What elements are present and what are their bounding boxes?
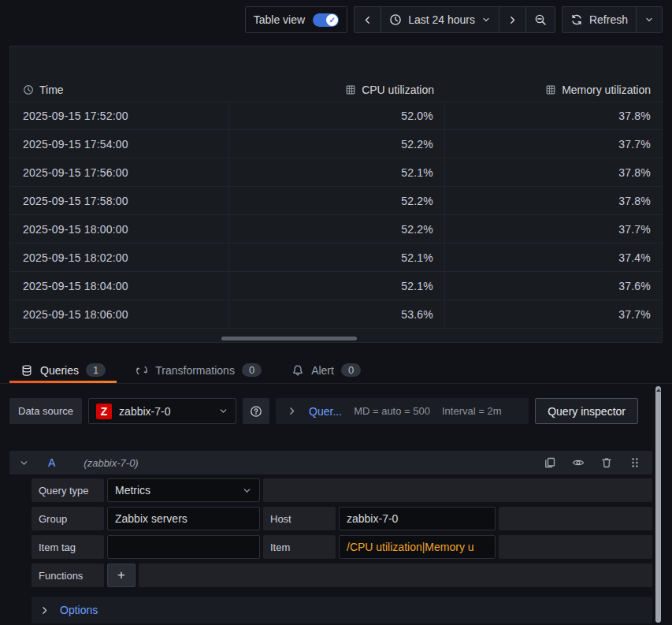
table-row: 2025-09-15 18:00:00 52.2% 37.7% [10, 215, 662, 244]
tab-label: Queries [40, 364, 79, 377]
cell-memory: 37.8% [445, 158, 662, 186]
options-collapse[interactable]: Options [32, 597, 652, 623]
calculator-icon [345, 84, 356, 95]
table-view-label: Table view [254, 13, 305, 26]
bell-icon [291, 364, 304, 377]
table-row: 2025-09-15 17:52:00 52.0% 37.8% [10, 102, 662, 130]
time-shift-forward-button[interactable] [499, 7, 526, 32]
query-type-row: Query type Metrics [32, 478, 652, 502]
chevron-left-icon [362, 15, 373, 25]
table-header: Time CPU utilization Memory utilization [10, 78, 662, 102]
cell-cpu: 52.2% [229, 130, 445, 158]
options-label: Options [60, 604, 98, 616]
vertical-scrollbar[interactable] [655, 386, 661, 623]
check-icon: ✓ [326, 14, 338, 26]
row-filler [139, 564, 652, 587]
cell-memory: 37.6% [445, 272, 662, 299]
query-row-actions [540, 453, 652, 472]
interval-text: Interval = 2m [442, 405, 502, 417]
clock-icon [389, 13, 402, 26]
query-type-select[interactable]: Metrics [107, 478, 260, 502]
zabbix-query-editor: Query type Metrics Group Zabbix servers … [32, 478, 652, 623]
refresh-group: Refresh [562, 6, 663, 33]
collapse-chevron-icon[interactable] [19, 458, 29, 468]
tab-alert[interactable]: Alert 0 [280, 357, 372, 383]
item-tag-input[interactable] [107, 535, 260, 559]
query-options-link[interactable]: Quer... [309, 405, 342, 418]
cell-time: 2025-09-15 17:54:00 [10, 130, 229, 158]
help-circle-icon [250, 405, 262, 418]
editor-tabs: Queries 1 Transformations 0 Alert 0 [9, 357, 372, 383]
functions-row: Functions + [32, 564, 652, 587]
table-row: 2025-09-15 18:02:00 52.1% 37.4% [10, 244, 662, 272]
table-view-toggle-group: Table view ✓ [245, 6, 347, 33]
tab-badge: 0 [242, 363, 262, 377]
datasource-picker[interactable]: Z zabbix-7-0 [88, 398, 236, 424]
refresh-interval-dropdown[interactable] [637, 7, 662, 32]
group-label: Group [32, 507, 104, 530]
query-type-label: Query type [32, 478, 104, 502]
column-header-memory[interactable]: Memory utilization [445, 84, 662, 96]
zabbix-logo: Z [96, 404, 112, 419]
chevron-down-icon [218, 406, 228, 416]
tab-badge: 0 [341, 363, 361, 377]
cell-memory: 37.4% [445, 244, 662, 271]
refresh-icon [570, 13, 583, 26]
refresh-button[interactable]: Refresh [562, 7, 637, 32]
group-input[interactable]: Zabbix servers [107, 507, 260, 530]
datasource-help-button[interactable] [243, 398, 269, 424]
transform-icon [136, 364, 148, 377]
time-shift-back-button[interactable] [355, 7, 381, 32]
row-filler [499, 507, 652, 530]
time-range-button[interactable]: Last 24 hours [381, 7, 499, 32]
host-input[interactable]: zabbix-7-0 [339, 507, 496, 530]
drag-handle-icon [629, 456, 641, 469]
time-picker-group: Last 24 hours [354, 6, 555, 33]
drag-query-handle[interactable] [626, 453, 644, 472]
item-input[interactable]: /CPU utilization|Memory u [339, 535, 496, 559]
table-row: 2025-09-15 17:58:00 52.2% 37.8% [10, 187, 662, 215]
column-header-cpu[interactable]: CPU utilization [229, 84, 445, 96]
chevron-down-icon [644, 15, 654, 24]
cell-cpu: 53.6% [229, 300, 445, 328]
panel-editor-toolbar: Table view ✓ Last 24 hours Refresh [245, 6, 663, 33]
tab-transformations[interactable]: Transformations 0 [124, 357, 273, 383]
cell-cpu: 52.1% [229, 158, 445, 186]
delete-query-button[interactable] [597, 453, 616, 472]
query-inspector-button[interactable]: Query inspector [535, 398, 638, 424]
tab-label: Transformations [155, 364, 235, 377]
item-tag-label: Item tag [32, 535, 104, 559]
functions-label: Functions [32, 564, 104, 587]
calculator-icon [545, 84, 556, 95]
duplicate-query-button[interactable] [540, 453, 559, 472]
query-row-header: A (zabbix-7-0) [9, 451, 652, 474]
item-tag-item-row: Item tag Item /CPU utilization|Memory u [32, 535, 652, 559]
time-zoom-out-button[interactable] [526, 7, 555, 32]
query-datasource-hint: (zabbix-7-0) [84, 457, 138, 469]
tab-queries[interactable]: Queries 1 [9, 357, 117, 383]
cell-memory: 37.8% [445, 187, 662, 214]
query-toolbar: Data source Z zabbix-7-0 Quer... MD = au… [9, 398, 638, 424]
copy-icon [544, 456, 556, 469]
database-icon [20, 364, 33, 377]
toggle-query-visibility-button[interactable] [569, 453, 588, 472]
host-label: Host [263, 507, 336, 530]
table-row: 2025-09-15 18:04:00 52.1% 37.6% [10, 272, 662, 300]
table-body: 2025-09-15 17:52:00 52.0% 37.8% 2025-09-… [10, 102, 662, 329]
refresh-label: Refresh [589, 13, 628, 26]
datasource-value: zabbix-7-0 [119, 405, 211, 418]
table-view-switch[interactable]: ✓ [313, 13, 339, 27]
add-function-button[interactable]: + [107, 564, 136, 587]
eye-icon [572, 456, 585, 469]
column-label: Memory utilization [562, 84, 651, 96]
horizontal-scrollbar[interactable] [221, 337, 357, 340]
query-ref-id[interactable]: A [48, 456, 55, 469]
tab-label: Alert [311, 364, 334, 377]
time-range-label: Last 24 hours [408, 13, 475, 26]
cell-memory: 37.7% [445, 215, 662, 243]
column-label: CPU utilization [362, 84, 434, 96]
column-header-time[interactable]: Time [10, 84, 229, 96]
cell-time: 2025-09-15 17:56:00 [10, 158, 229, 186]
row-filler [263, 478, 652, 502]
cell-time: 2025-09-15 17:58:00 [10, 187, 229, 214]
